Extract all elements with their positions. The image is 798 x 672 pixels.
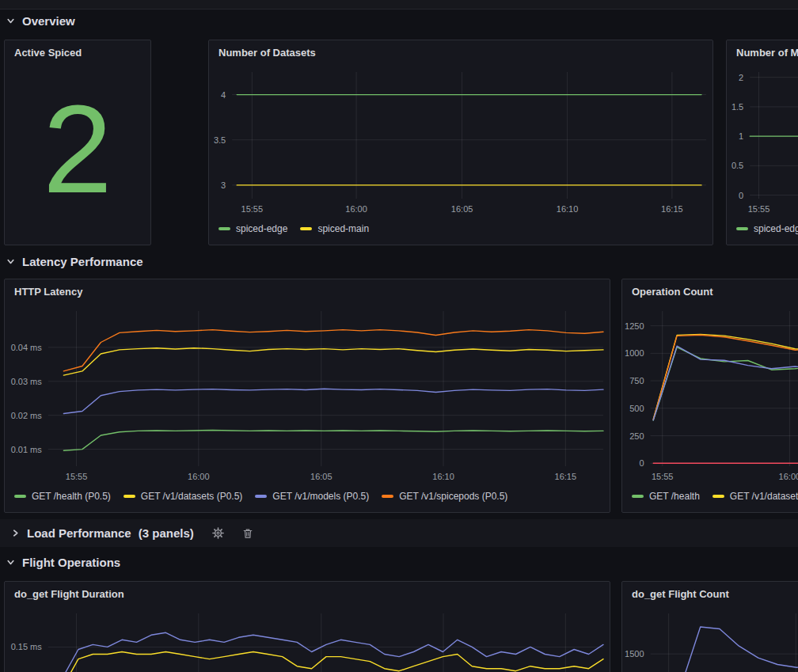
section-title-load-performance: Load Performance [27, 526, 131, 540]
svg-text:1500: 1500 [625, 649, 644, 659]
legend-swatch [218, 227, 230, 230]
section-row-latency-performance[interactable]: Latency Performance [6, 251, 143, 271]
legend-label: spiced-edge [236, 223, 287, 234]
legend-item[interactable]: GET /health (P0.5) [14, 491, 111, 502]
svg-text:16:15: 16:15 [661, 204, 683, 214]
panel-title-operation-count[interactable]: Operation Count [622, 279, 798, 303]
svg-text:0.15 ms: 0.15 ms [11, 642, 43, 651]
chevron-down-icon [6, 257, 15, 266]
svg-text:15:55: 15:55 [748, 204, 770, 214]
legend-swatch [382, 495, 393, 498]
panels-count-label: (3 panels) [139, 526, 194, 540]
section-title-flight-operations: Flight Operations [22, 556, 120, 569]
legend-http-latency: GET /health (P0.5)GET /v1/datasets (P0.5… [5, 485, 610, 512]
legend-number-of-models: spiced-edge [727, 218, 798, 245]
panel-active-spiced: Active Spiced 2 [4, 40, 151, 245]
chart-number-of-models[interactable]: 00.511.5215:5516:0016:0516:1016:15 [727, 64, 798, 218]
chart-do-get-flight-count[interactable]: 150015:5516:0016:0516:1016:15 [622, 606, 798, 672]
legend-swatch [712, 495, 724, 498]
chevron-down-icon [6, 17, 15, 25]
svg-text:16:10: 16:10 [432, 472, 454, 481]
svg-text:3: 3 [221, 180, 226, 190]
legend-swatch [255, 495, 267, 498]
svg-text:0.5: 0.5 [732, 161, 743, 170]
legend-item[interactable]: GET /v1/datasets [712, 491, 798, 502]
svg-text:15:55: 15:55 [66, 472, 88, 481]
legend-swatch [14, 495, 26, 498]
legend-swatch [300, 227, 312, 230]
svg-text:750: 750 [629, 376, 644, 385]
svg-text:16:00: 16:00 [345, 204, 367, 214]
svg-text:15:55: 15:55 [241, 204, 264, 214]
chart-operation-count[interactable]: 02505007501000125015:5516:0016:0516:1016… [622, 303, 798, 485]
svg-text:3.5: 3.5 [214, 135, 226, 145]
svg-text:1000: 1000 [625, 348, 644, 358]
svg-text:0.01 ms: 0.01 ms [11, 445, 43, 454]
panel-title-active-spiced[interactable]: Active Spiced [5, 40, 150, 64]
top-toolbar-edge [0, 0, 798, 9]
panel-title-do-get-flight-count[interactable]: do_get Flight Count [622, 582, 798, 606]
panel-title-do-get-flight-duration[interactable]: do_get Flight Duration [5, 582, 610, 606]
panel-operation-count: Operation Count 02505007501000125015:551… [621, 279, 798, 513]
legend-swatch [632, 495, 644, 498]
svg-text:16:00: 16:00 [188, 472, 210, 481]
svg-text:500: 500 [629, 404, 644, 413]
svg-text:16:00: 16:00 [779, 472, 798, 481]
legend-item[interactable]: spiced-main [300, 223, 369, 234]
legend-item[interactable]: GET /health [632, 491, 700, 502]
legend-item[interactable]: GET /v1/models (P0.5) [255, 491, 369, 502]
legend-label: GET /v1/models (P0.5) [272, 491, 369, 502]
svg-text:16:10: 16:10 [557, 204, 579, 214]
legend-item[interactable]: spiced-edge [218, 223, 287, 234]
svg-text:0: 0 [739, 191, 743, 200]
svg-text:4: 4 [221, 90, 226, 100]
chart-number-of-datasets[interactable]: 33.5415:5516:0016:0516:1016:15 [209, 64, 712, 218]
gear-icon[interactable] [212, 527, 224, 539]
chart-http-latency[interactable]: 0.01 ms0.02 ms0.03 ms0.04 ms15:5516:0016… [5, 303, 610, 485]
section-row-load-performance[interactable]: Load Performance (3 panels) [0, 519, 798, 547]
section-title-latency-performance: Latency Performance [22, 255, 143, 268]
chevron-down-icon [6, 558, 15, 567]
panel-do-get-flight-duration: do_get Flight Duration 0.15 ms15:5516:00… [4, 581, 610, 672]
panel-http-latency: HTTP Latency 0.01 ms0.02 ms0.03 ms0.04 m… [4, 279, 610, 513]
svg-text:1.5: 1.5 [732, 102, 743, 112]
panel-number-of-datasets: Number of Datasets 33.5415:5516:0016:051… [208, 40, 713, 245]
legend-operation-count: GET /healthGET /v1/datasets [622, 485, 798, 512]
legend-label: GET /health (P0.5) [32, 491, 111, 502]
section-row-flight-operations[interactable]: Flight Operations [6, 552, 120, 572]
section-row-overview[interactable]: Overview [6, 10, 75, 31]
trash-icon[interactable] [242, 528, 253, 539]
panel-title-number-of-models[interactable]: Number of Models [727, 40, 798, 64]
chevron-right-icon [11, 529, 20, 537]
svg-text:16:05: 16:05 [310, 472, 332, 481]
legend-label: spiced-edge [754, 223, 798, 234]
svg-text:1: 1 [739, 131, 743, 141]
svg-text:0: 0 [639, 458, 644, 468]
svg-text:0.02 ms: 0.02 ms [11, 411, 43, 420]
stat-value: 2 [5, 64, 150, 245]
legend-label: GET /v1/spicepods (P0.5) [399, 491, 507, 502]
svg-text:1250: 1250 [625, 321, 644, 331]
chart-do-get-flight-duration[interactable]: 0.15 ms15:5516:0016:0516:1016:15 [5, 606, 610, 672]
legend-label: spiced-main [317, 223, 369, 234]
svg-text:16:15: 16:15 [555, 472, 577, 481]
legend-swatch [124, 495, 135, 498]
svg-text:15:55: 15:55 [652, 472, 674, 481]
svg-text:16:05: 16:05 [451, 204, 473, 214]
legend-swatch [736, 227, 748, 230]
panel-number-of-models: Number of Models 00.511.5215:5516:0016:0… [726, 40, 798, 245]
legend-item[interactable]: GET /v1/spicepods (P0.5) [382, 491, 507, 502]
legend-label: GET /v1/datasets (P0.5) [141, 491, 243, 502]
legend-label: GET /v1/datasets [730, 491, 798, 502]
legend-label: GET /health [649, 491, 700, 502]
panel-title-http-latency[interactable]: HTTP Latency [5, 279, 610, 303]
legend-item[interactable]: spiced-edge [736, 223, 798, 234]
legend-number-of-datasets: spiced-edgespiced-main [209, 218, 712, 245]
section-title-overview: Overview [22, 14, 75, 28]
legend-item[interactable]: GET /v1/datasets (P0.5) [124, 491, 243, 502]
svg-text:2: 2 [739, 73, 743, 82]
svg-text:0.03 ms: 0.03 ms [11, 377, 43, 386]
svg-text:250: 250 [629, 431, 644, 441]
svg-text:0.04 ms: 0.04 ms [11, 343, 43, 352]
panel-title-number-of-datasets[interactable]: Number of Datasets [209, 40, 712, 64]
